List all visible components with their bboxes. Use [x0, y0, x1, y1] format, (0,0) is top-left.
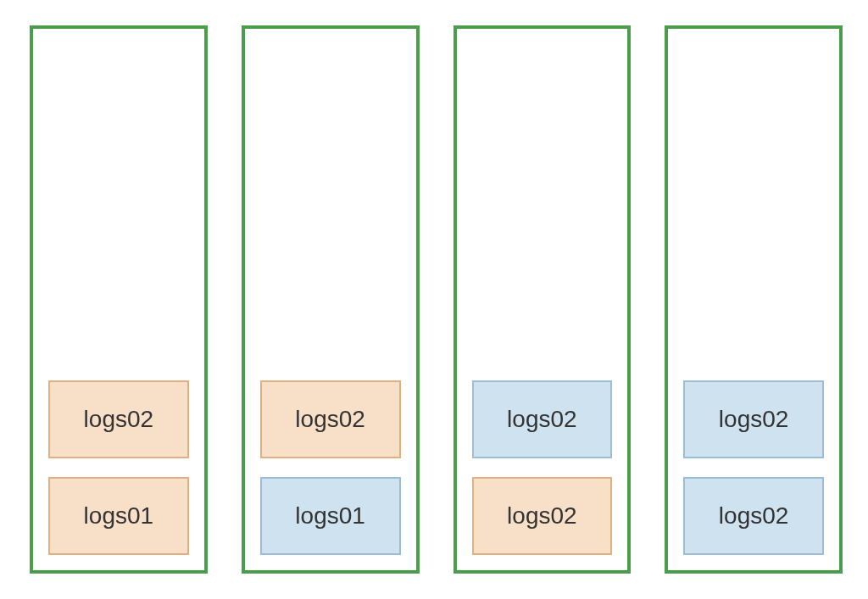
shard-label: logs02 — [507, 502, 577, 530]
shard-label: logs02 — [719, 502, 789, 530]
shard-box: logs02 — [472, 477, 613, 555]
node-column: logs02 logs01 — [242, 25, 420, 574]
columns-container: logs02 logs01 logs02 logs01 logs02 logs0… — [30, 25, 843, 574]
node-column: logs02 logs02 — [665, 25, 843, 574]
shard-box: logs02 — [683, 380, 824, 458]
shard-label: logs02 — [84, 406, 154, 433]
shard-box: logs02 — [48, 380, 189, 458]
shard-box: logs01 — [260, 477, 401, 555]
shard-box: logs02 — [260, 380, 401, 458]
shard-box: logs02 — [683, 477, 824, 555]
shard-label: logs02 — [719, 406, 789, 433]
node-column: logs02 logs02 — [453, 25, 632, 574]
shard-label: logs01 — [295, 502, 365, 530]
shard-box: logs01 — [48, 477, 189, 555]
shard-label: logs02 — [507, 406, 577, 433]
node-column: logs02 logs01 — [30, 25, 208, 574]
shard-label: logs01 — [84, 502, 154, 530]
shard-label: logs02 — [295, 406, 365, 433]
shard-box: logs02 — [472, 380, 613, 458]
